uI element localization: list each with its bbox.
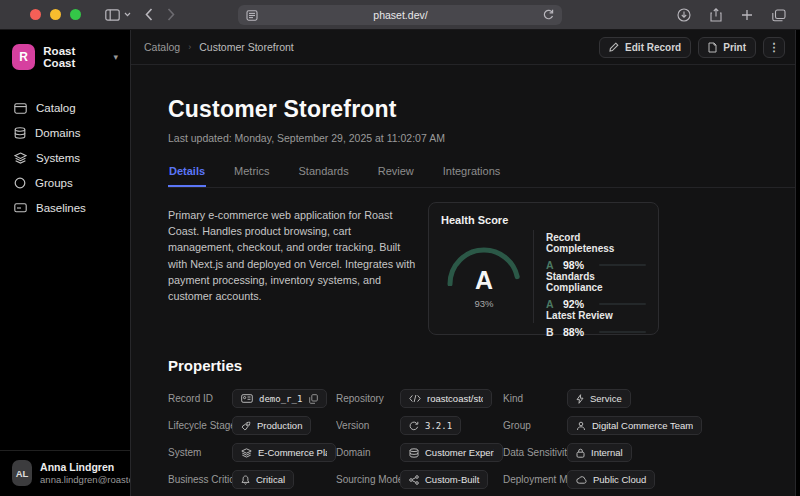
data-sensitivity-value: Internal: [591, 447, 623, 458]
page-header: Catalog › Customer Storefront Edit Recor…: [131, 30, 795, 65]
property-deployment-model: Deployment Model Public Cloud: [503, 470, 723, 489]
domain-link[interactable]: Customer Experience: [425, 447, 494, 458]
browser-window: phaset.dev/ R Roast Coast: [0, 0, 800, 496]
record-id-value: demo_r_1: [259, 394, 302, 404]
page-title: Customer Storefront: [168, 96, 795, 123]
system-link[interactable]: E-Commerce Platform: [258, 447, 327, 458]
metric-progress-bar: [599, 264, 646, 266]
stack-icon: [409, 448, 419, 458]
tab-standards[interactable]: Standards: [298, 159, 350, 187]
url-text: phaset.dev/: [258, 9, 543, 21]
deployment-model-value: Public Cloud: [593, 474, 646, 485]
property-group: Group Digital Commerce Team: [503, 416, 723, 435]
sidebar-item-label: Systems: [36, 152, 80, 164]
traffic-lights: [30, 9, 81, 20]
tab-overview-icon[interactable]: [772, 9, 786, 22]
property-label: Sourcing Model: [336, 474, 400, 485]
sidebar-item-label: Catalog: [36, 102, 76, 114]
chevron-down-icon: ▾: [113, 52, 118, 62]
zoom-window-button[interactable]: [70, 9, 81, 20]
divider: [533, 230, 534, 323]
sidebar-item-systems[interactable]: Systems: [12, 146, 118, 170]
print-label: Print: [723, 42, 746, 53]
property-label: Lifecycle Stage: [168, 420, 232, 431]
tab-review[interactable]: Review: [377, 159, 415, 187]
chevron-right-icon: ›: [188, 42, 191, 52]
sidebar-toggle-icon[interactable]: [105, 9, 131, 21]
domain-chip[interactable]: Customer Experience: [400, 443, 503, 462]
group-chip[interactable]: Digital Commerce Team: [567, 416, 702, 435]
repository-chip[interactable]: roastcoast/storefront-w: [400, 389, 492, 408]
record-detail: Customer Storefront Last updated: Monday…: [131, 65, 795, 496]
pencil-icon: [609, 42, 619, 52]
sidebar: R Roast Coast ▾ Catalog Domains: [0, 30, 130, 496]
document-icon: [708, 42, 717, 53]
metric-standards-compliance: Standards Compliance A 92%: [546, 271, 646, 310]
reload-icon[interactable]: [543, 9, 554, 21]
edit-record-button[interactable]: Edit Record: [599, 37, 691, 58]
user-menu[interactable]: AL Anna Lindgren anna.lindgren@roastc...: [0, 450, 130, 496]
chevron-down-icon: [124, 12, 131, 17]
last-updated: Last updated: Monday, September 29, 2025…: [168, 132, 795, 144]
property-label: Data Sensitivity: [503, 447, 567, 458]
property-label: Version: [336, 420, 400, 431]
breadcrumb-catalog[interactable]: Catalog: [144, 41, 180, 53]
new-tab-icon[interactable]: [741, 9, 753, 21]
close-window-button[interactable]: [30, 9, 41, 20]
metric-latest-review: Latest Review B 88%: [546, 310, 646, 338]
share-icon[interactable]: [710, 8, 722, 22]
metric-label: Latest Review: [546, 310, 646, 321]
print-button[interactable]: Print: [698, 37, 756, 58]
version-value: 3.2.1: [425, 421, 452, 431]
sidebar-item-groups[interactable]: Groups: [12, 171, 118, 195]
downloads-icon[interactable]: [677, 8, 691, 22]
workspace-switcher[interactable]: R Roast Coast ▾: [12, 44, 118, 70]
sidebar-item-catalog[interactable]: Catalog: [12, 96, 118, 120]
browser-toolbar: phaset.dev/: [0, 0, 800, 30]
user-name: Anna Lindgren: [40, 461, 118, 474]
forward-button[interactable]: [167, 8, 175, 21]
copy-icon[interactable]: [309, 394, 318, 404]
lifecycle-chip: Production: [232, 416, 311, 435]
properties-title: Properties: [168, 357, 795, 374]
repository-link[interactable]: roastcoast/storefront-w: [427, 393, 483, 404]
address-bar[interactable]: phaset.dev/: [238, 5, 562, 25]
metric-progress-bar: [599, 303, 646, 305]
sidebar-item-baselines[interactable]: Baselines: [12, 196, 118, 220]
tab-bar: Details Metrics Standards Review Integra…: [168, 159, 795, 188]
layers-icon: [241, 448, 252, 458]
kebab-icon: ⋮: [769, 41, 780, 54]
lifecycle-value: Production: [257, 420, 302, 431]
page-settings-icon[interactable]: [246, 10, 258, 21]
business-criticality-chip: Critical: [232, 470, 294, 489]
tab-details[interactable]: Details: [168, 159, 206, 187]
property-business-criticality: Business Critical... Critical: [168, 470, 336, 489]
user-avatar: AL: [12, 460, 32, 486]
back-button[interactable]: [145, 8, 153, 21]
more-actions-button[interactable]: ⋮: [763, 37, 785, 58]
metric-grade: A: [546, 298, 554, 310]
tab-metrics[interactable]: Metrics: [233, 159, 270, 187]
cloud-icon: [576, 476, 587, 484]
property-label: Kind: [503, 393, 567, 404]
property-label: Record ID: [168, 393, 232, 404]
tab-integrations[interactable]: Integrations: [442, 159, 501, 187]
share-nodes-icon: [409, 475, 419, 485]
edit-record-label: Edit Record: [625, 42, 681, 53]
sidebar-item-domains[interactable]: Domains: [12, 121, 118, 145]
metric-grade: A: [546, 259, 554, 271]
property-label: Domain: [336, 447, 400, 458]
health-gauge: A 93%: [441, 228, 527, 323]
property-record-id: Record ID demo_r_1: [168, 389, 336, 408]
lightning-icon: [576, 394, 584, 404]
metric-grade: B: [546, 326, 554, 338]
group-link[interactable]: Digital Commerce Team: [592, 420, 693, 431]
card-icon: [14, 203, 27, 213]
record-id-chip: demo_r_1: [232, 389, 327, 408]
metric-record-completeness: Record Completeness A 98%: [546, 232, 646, 271]
property-domain: Domain Customer Experience: [336, 443, 503, 462]
metric-value: 98%: [563, 259, 584, 271]
minimize-window-button[interactable]: [50, 9, 61, 20]
system-chip[interactable]: E-Commerce Platform: [232, 443, 336, 462]
property-label: Deployment Model: [503, 474, 567, 485]
